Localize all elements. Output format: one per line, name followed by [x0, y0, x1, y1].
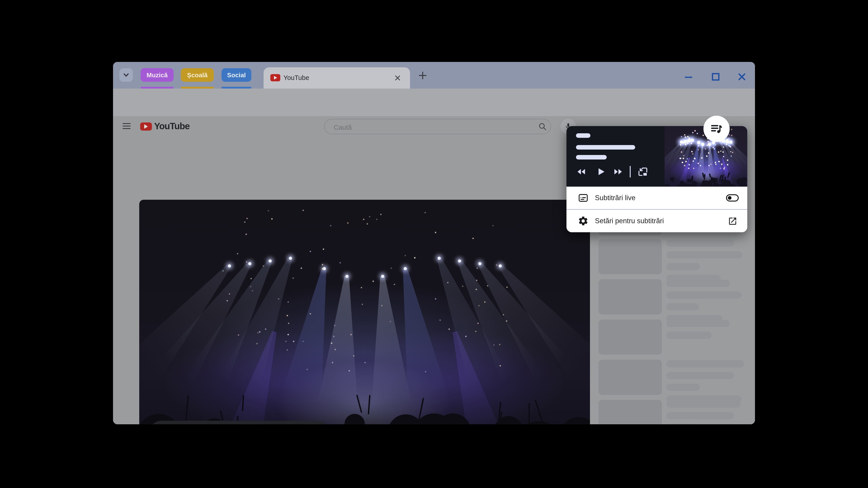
screenshot-stage: Muzică Școală Social YouTube: [0, 0, 868, 488]
confetti-particle: [373, 281, 374, 282]
confetti-particle: [720, 168, 721, 169]
confetti-particle: [692, 153, 693, 154]
confetti-particle: [692, 132, 693, 133]
confetti-particle: [361, 287, 362, 288]
skeleton-list-item: [598, 360, 748, 400]
confetti-particle: [271, 218, 273, 220]
crowd-silhouette: [664, 185, 671, 187]
live-caption-toggle[interactable]: [726, 194, 739, 201]
spotlight-fixture: [404, 267, 407, 270]
tab-youtube[interactable]: YouTube: [264, 67, 410, 89]
confetti-particle: [708, 141, 709, 143]
confetti-particle: [414, 257, 416, 258]
tab-search-button[interactable]: [119, 68, 133, 82]
video-player[interactable]: Se redă pe televizorul din sufragerie: [139, 200, 590, 424]
cast-status-overlay[interactable]: Se redă pe televizorul din sufragerie: [148, 421, 331, 424]
confetti-particle: [435, 232, 436, 233]
confetti-particle: [390, 321, 391, 322]
confetti-particle: [251, 278, 252, 279]
confetti-particle: [286, 315, 288, 317]
confetti-particle: [718, 151, 719, 153]
confetti-particle: [702, 134, 704, 136]
crowd-silhouette: [677, 185, 683, 187]
confetti-particle: [405, 255, 406, 256]
window-maximize-button[interactable]: [710, 71, 721, 82]
tab-group-chip-muzica[interactable]: Muzică: [141, 68, 174, 82]
confetti-particle: [293, 277, 294, 279]
search-icon[interactable]: [538, 122, 547, 131]
tab-group-chip-social[interactable]: Social: [221, 68, 251, 82]
tab-title: YouTube: [283, 67, 309, 89]
picture-in-picture-icon: [637, 166, 649, 177]
raised-arm-silhouette: [673, 178, 675, 183]
skeleton-text-line: [666, 303, 699, 311]
guide-menu-button[interactable]: [122, 121, 131, 131]
confetti-particle: [222, 270, 224, 271]
confetti-particle: [237, 253, 238, 254]
spotlight-fixture: [708, 143, 711, 146]
next-track-button[interactable]: [612, 166, 624, 177]
skeleton-text-line: [666, 291, 741, 299]
skeleton-text-line: [666, 263, 700, 270]
raised-arm-silhouette: [368, 395, 370, 414]
youtube-search-box[interactable]: [324, 119, 551, 134]
confetti-particle: [720, 150, 722, 152]
confetti-particle: [330, 225, 331, 226]
tab-close-button[interactable]: [394, 74, 401, 82]
youtube-wordmark[interactable]: YouTube: [154, 121, 190, 131]
controls-divider: [630, 166, 631, 177]
crowd-silhouette: [687, 184, 692, 187]
picture-in-picture-button[interactable]: [637, 166, 649, 177]
skeleton-thumbnail: [598, 279, 662, 315]
skeleton-list-item: [598, 279, 748, 320]
confetti-particle: [301, 267, 303, 269]
youtube-logo-icon[interactable]: [140, 123, 152, 131]
confetti-particle: [364, 362, 366, 363]
play-button[interactable]: [595, 166, 607, 177]
confetti-particle: [287, 301, 289, 303]
skeleton-text-bar: [576, 155, 607, 160]
spotlight-fixture: [248, 262, 252, 265]
cast-status-text: Se redă pe televizorul din sufragerie: [181, 421, 304, 424]
media-controls-toolbar-button[interactable]: [704, 116, 730, 142]
confetti-particle: [691, 151, 693, 153]
live-caption-menu-item[interactable]: Subtitrări live: [566, 187, 747, 209]
confetti-particle: [334, 325, 335, 326]
chevron-down-icon: [122, 71, 130, 79]
tab-group-underline-scoala: [181, 87, 214, 89]
spotlight-fixture: [458, 259, 461, 263]
confetti-particle: [465, 336, 466, 337]
confetti-particle: [462, 285, 464, 287]
confetti-particle: [323, 248, 324, 250]
window-minimize-button[interactable]: [683, 71, 694, 82]
confetti-particle: [697, 133, 698, 134]
confetti-particle: [731, 129, 733, 130]
window-close-button[interactable]: [737, 71, 747, 82]
media-controls-popup: Subtitrări live Setări pentru subtitrări: [566, 126, 747, 232]
crowd-silhouette: [713, 183, 718, 187]
confetti-particle: [376, 219, 378, 220]
confetti-particle: [684, 141, 685, 143]
tab-group-chip-scoala[interactable]: Școală: [181, 68, 214, 82]
confetti-particle: [246, 261, 247, 262]
confetti-particle: [353, 355, 355, 357]
spotlight-fixture: [381, 274, 384, 278]
search-input[interactable]: [333, 120, 506, 134]
confetti-particle: [723, 156, 724, 158]
confetti-particle: [727, 159, 728, 161]
confetti-particle: [685, 143, 686, 145]
confetti-particle: [368, 216, 370, 217]
confetti-particle: [285, 340, 287, 342]
previous-track-button[interactable]: [576, 166, 587, 177]
new-tab-button[interactable]: [418, 70, 428, 80]
caption-settings-menu-item[interactable]: Setări pentru subtitrări: [566, 210, 747, 232]
confetti-particle: [476, 279, 477, 281]
confetti-particle: [292, 340, 294, 342]
skeleton-text-line: [666, 239, 734, 247]
raised-arm-silhouette: [185, 395, 189, 423]
crowd-silhouette: [720, 184, 724, 187]
spotlight-fixture: [498, 264, 502, 267]
plus-icon: [418, 70, 428, 80]
confetti-particle: [265, 328, 266, 330]
confetti-particle: [722, 141, 723, 143]
